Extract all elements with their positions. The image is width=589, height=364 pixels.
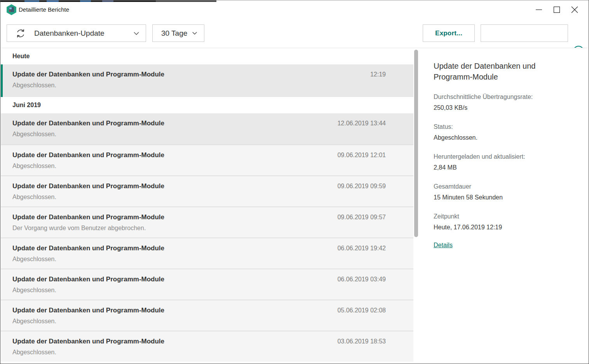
maximize-icon: [552, 5, 561, 14]
section-header: Heute: [1, 48, 413, 64]
report-row-status: Abgeschlossen.: [12, 286, 164, 294]
detail-field: Status:Abgeschlossen.: [434, 123, 568, 142]
scrollbar-thumb[interactable]: [414, 50, 418, 237]
detail-field-value: 15 Minuten 58 Sekunden: [434, 193, 568, 202]
report-row-text: Update der Datenbanken und Programm-Modu…: [12, 244, 164, 263]
period-dropdown[interactable]: 30 Tage: [152, 24, 204, 42]
report-row-time: 06.06.2019 19:42: [337, 244, 386, 253]
app-window: Detaillierte Berichte Datenbanken-Update: [0, 0, 589, 364]
report-row-text: Update der Datenbanken und Programm-Modu…: [12, 337, 164, 356]
report-row[interactable]: Update der Datenbanken und Programm-Modu…: [1, 64, 413, 97]
period-label: 30 Tage: [161, 29, 187, 38]
minimize-icon: [534, 5, 544, 14]
report-row[interactable]: Update der Datenbanken und Programm-Modu…: [1, 237, 413, 269]
report-row-text: Update der Datenbanken und Programm-Modu…: [12, 182, 164, 201]
report-row-title: Update der Datenbanken und Programm-Modu…: [12, 244, 164, 253]
report-type-dropdown[interactable]: Datenbanken-Update: [7, 24, 146, 42]
detail-field: Heruntergeladen und aktualisiert:2,84 MB: [434, 153, 568, 172]
report-row-time: 09.06.2019 09:59: [337, 182, 386, 191]
report-row-time: 09.06.2019 09:57: [337, 213, 386, 222]
minimize-button[interactable]: [530, 1, 548, 19]
detail-field: Gesamtdauer15 Minuten 58 Sekunden: [434, 182, 568, 202]
report-row-title: Update der Datenbanken und Programm-Modu…: [12, 182, 164, 191]
close-button[interactable]: [566, 1, 584, 19]
export-button-label: Export...: [435, 29, 462, 37]
details-link[interactable]: Details: [434, 242, 453, 249]
search-input[interactable]: [490, 25, 570, 42]
chevron-down-icon: [192, 31, 197, 35]
report-row-title: Update der Datenbanken und Programm-Modu…: [12, 151, 164, 159]
detail-fields: Durchschnittliche Übertragungsrate:250,0…: [434, 93, 568, 232]
report-row-time: 03.06.2019 18:53: [337, 337, 386, 346]
report-row-text: Update der Datenbanken und Programm-Modu…: [12, 119, 164, 138]
detail-field-value: 2,84 MB: [434, 163, 568, 172]
maximize-button[interactable]: [548, 1, 566, 19]
detail-field-label: Heruntergeladen und aktualisiert:: [434, 153, 568, 161]
report-row[interactable]: Update der Datenbanken und Programm-Modu…: [1, 331, 413, 362]
report-row-time: 09.06.2019 12:01: [337, 151, 386, 159]
report-row-title: Update der Datenbanken und Programm-Modu…: [12, 275, 164, 284]
title-bar: Detaillierte Berichte: [1, 1, 588, 19]
report-row-status: Abgeschlossen.: [12, 317, 164, 325]
chevron-down-icon: [133, 31, 139, 35]
detail-field-value: Abgeschlossen.: [434, 133, 568, 142]
report-row-text: Update der Datenbanken und Programm-Modu…: [12, 213, 164, 232]
report-row-status: Abgeschlossen.: [12, 255, 164, 263]
detail-field-label: Gesamtdauer: [434, 182, 568, 191]
report-row-title: Update der Datenbanken und Programm-Modu…: [12, 213, 164, 222]
report-row-title: Update der Datenbanken und Programm-Modu…: [12, 70, 164, 79]
report-row-status: Abgeschlossen.: [12, 193, 164, 201]
report-row-title: Update der Datenbanken und Programm-Modu…: [12, 306, 164, 315]
report-row[interactable]: Update der Datenbanken und Programm-Modu…: [1, 206, 413, 237]
report-row[interactable]: Update der Datenbanken und Programm-Modu…: [1, 113, 413, 144]
report-row-status: Der Vorgang wurde vom Benutzer abgebroch…: [12, 224, 164, 232]
export-button[interactable]: Export...: [423, 24, 475, 42]
detail-field-label: Durchschnittliche Übertragungsrate:: [434, 93, 568, 101]
report-row-title: Update der Datenbanken und Programm-Modu…: [12, 337, 164, 346]
report-row-status: Abgeschlossen.: [12, 348, 164, 356]
detail-title: Update der Datenbanken und Programm-Modu…: [434, 61, 550, 82]
detail-panel: Update der Datenbanken und Programm-Modu…: [434, 48, 568, 363]
content-area: HeuteUpdate der Datenbanken und Programm…: [1, 48, 588, 363]
report-list: HeuteUpdate der Datenbanken und Programm…: [1, 48, 413, 363]
report-row-time: 05.06.2019 02:08: [337, 306, 386, 315]
report-type-label: Datenbanken-Update: [34, 29, 105, 38]
search-box: [481, 24, 568, 42]
report-row[interactable]: Update der Datenbanken und Programm-Modu…: [1, 175, 413, 206]
window-title: Detaillierte Berichte: [19, 6, 69, 13]
app-logo-icon: [6, 4, 17, 15]
list-scrollbar[interactable]: [414, 48, 418, 363]
detail-field-label: Zeitpunkt: [434, 212, 568, 221]
detail-field: ZeitpunktHeute, 17.06.2019 12:19: [434, 212, 568, 232]
detail-field-label: Status:: [434, 123, 568, 131]
report-row-status: Abgeschlossen.: [12, 130, 164, 138]
report-row[interactable]: Update der Datenbanken und Programm-Modu…: [1, 144, 413, 175]
report-row-title: Update der Datenbanken und Programm-Modu…: [12, 119, 164, 128]
detail-field: Durchschnittliche Übertragungsrate:250,0…: [434, 93, 568, 112]
report-row-time: 12:19: [370, 70, 386, 79]
report-row-time: 12.06.2019 13:44: [337, 119, 386, 128]
background-window-edge: [0, 0, 216, 2]
section-header: Juni 2019: [1, 97, 413, 113]
report-row-text: Update der Datenbanken und Programm-Modu…: [12, 275, 164, 294]
toolbar: Datenbanken-Update 30 Tage Export... ?: [1, 19, 588, 48]
detail-field-value: 250,03 KB/s: [434, 104, 568, 112]
report-row-text: Update der Datenbanken und Programm-Modu…: [12, 151, 164, 170]
report-row-status: Abgeschlossen.: [12, 162, 164, 170]
close-icon: [570, 5, 579, 14]
refresh-icon: [15, 28, 26, 39]
report-row[interactable]: Update der Datenbanken und Programm-Modu…: [1, 300, 413, 331]
report-row-text: Update der Datenbanken und Programm-Modu…: [12, 70, 164, 89]
report-row-status: Abgeschlossen.: [12, 81, 164, 89]
window-controls: [530, 1, 584, 19]
report-row-time: 06.06.2019 03:49: [337, 275, 386, 284]
report-row[interactable]: Update der Datenbanken und Programm-Modu…: [1, 269, 413, 300]
detail-field-value: Heute, 17.06.2019 12:19: [434, 223, 568, 232]
report-row-text: Update der Datenbanken und Programm-Modu…: [12, 306, 164, 325]
